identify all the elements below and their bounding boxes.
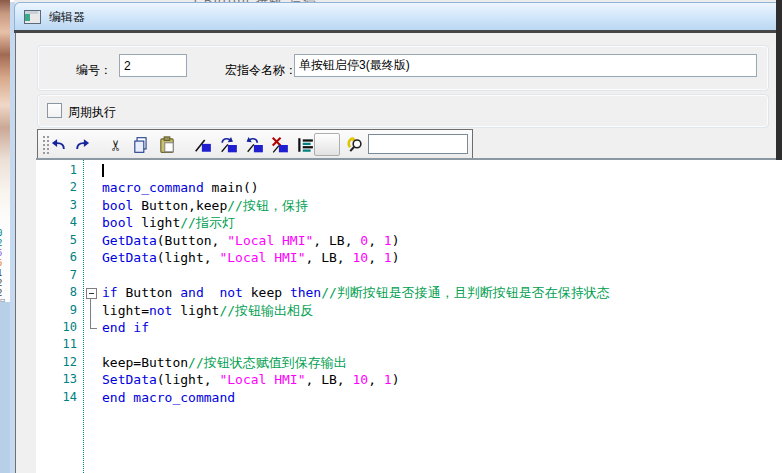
line-number: 4 xyxy=(36,214,84,231)
background-artwork xyxy=(0,0,10,228)
code-text: if Button and not keep then//判断按钮是否接通，且判… xyxy=(102,284,610,301)
fold-box-marker[interactable] xyxy=(84,284,102,301)
fold-margin xyxy=(84,179,102,196)
bookmark-prev-icon xyxy=(246,136,264,154)
code-line[interactable]: 8if Button and not keep then//判断按钮是否接通，且… xyxy=(36,284,782,301)
code-line[interactable]: 6GetData(light, "Local HMI", LB, 10, 1) xyxy=(36,249,782,266)
code-text: SetData(light, "Local HMI", LB, 10, 1) xyxy=(102,371,399,388)
find-replace-icon xyxy=(346,136,364,154)
line-number: 13 xyxy=(36,371,84,388)
code-line[interactable]: 13SetData(light, "Local HMI", LB, 10, 1) xyxy=(36,371,782,388)
fold-end-marker xyxy=(84,319,102,336)
text-caret xyxy=(102,164,104,177)
code-line[interactable]: 5GetData(Button, "Local HMI", LB, 0, 1) xyxy=(36,232,782,249)
bookmark-prev-button[interactable] xyxy=(243,133,267,157)
window-title: 编辑器 xyxy=(49,9,85,26)
dialog-client-area: 编号： 宏指令名称： 周期执行 ✂ 12macro_command main()… xyxy=(15,33,782,473)
code-line[interactable]: 1 xyxy=(36,162,782,179)
background-fragment: 2 xyxy=(0,288,10,298)
periodic-execution-checkbox[interactable] xyxy=(47,103,62,118)
code-text: light=not light//按钮输出相反 xyxy=(102,302,313,319)
gutter-separator xyxy=(83,160,84,473)
find-replace-button[interactable] xyxy=(343,133,367,157)
code-text: end if xyxy=(102,319,149,336)
editor-toolbar: ✂ xyxy=(37,129,473,161)
code-text: keep=Button//按钮状态赋值到保存输出 xyxy=(102,354,347,371)
fold-margin xyxy=(84,214,102,231)
code-line[interactable]: 4bool light//指示灯 xyxy=(36,214,782,231)
background-fragment: 2 xyxy=(0,278,10,288)
cut-button[interactable]: ✂ xyxy=(104,133,128,157)
bookmark-toggle-button[interactable] xyxy=(191,133,215,157)
line-number: 7 xyxy=(36,267,84,284)
line-number: 6 xyxy=(36,249,84,266)
window-titlebar[interactable]: 编辑器 xyxy=(14,2,778,31)
bookmark-toggle-icon xyxy=(194,136,212,154)
periodic-execution-label: 周期执行 xyxy=(68,104,116,121)
code-editor[interactable]: 12macro_command main()3bool Button,keep/… xyxy=(36,160,782,473)
code-text: GetData(Button, "Local HMI", LB, 0, 1) xyxy=(102,232,399,249)
goto-line-icon xyxy=(296,136,314,154)
search-input[interactable] xyxy=(368,134,468,154)
code-line[interactable]: 11 xyxy=(36,336,782,353)
blank-button[interactable] xyxy=(314,133,340,156)
copy-button[interactable] xyxy=(129,133,153,157)
code-line[interactable]: 7 xyxy=(36,267,782,284)
code-line[interactable]: 2macro_command main() xyxy=(36,179,782,196)
fold-margin xyxy=(84,336,102,353)
background-fragment: 5 xyxy=(0,258,10,268)
macro-name-input[interactable] xyxy=(294,54,757,77)
number-label: 编号： xyxy=(76,62,112,79)
bookmark-next-button[interactable] xyxy=(217,133,241,157)
paste-button[interactable] xyxy=(155,133,179,157)
code-lines: 12macro_command main()3bool Button,keep/… xyxy=(36,162,782,406)
code-line[interactable]: 14end macro_command xyxy=(36,389,782,406)
number-input[interactable] xyxy=(119,54,187,77)
background-pale-area xyxy=(0,302,10,473)
bookmark-clear-button[interactable] xyxy=(268,133,292,157)
undo-button[interactable] xyxy=(46,133,70,157)
copy-icon xyxy=(132,136,150,154)
code-line[interactable]: 10end if xyxy=(36,319,782,336)
paste-icon xyxy=(158,136,176,154)
background-fragment: 1 xyxy=(0,268,10,278)
fold-margin xyxy=(84,267,102,284)
fold-margin xyxy=(84,354,102,371)
code-line[interactable]: 3bool Button,keep//按钮，保持 xyxy=(36,197,782,214)
code-text xyxy=(102,162,104,179)
window-icon xyxy=(24,10,41,24)
macro-name-label: 宏指令名称： xyxy=(225,62,297,79)
line-number: 1 xyxy=(36,162,84,179)
redo-button[interactable] xyxy=(71,133,95,157)
background-window-strip: 0255122诅 xyxy=(0,0,10,473)
code-line[interactable]: 12keep=Button//按钮状态赋值到保存输出 xyxy=(36,354,782,371)
fold-margin xyxy=(84,162,102,179)
background-code-fragments: 0255122诅 xyxy=(0,228,10,302)
line-number: 14 xyxy=(36,389,84,406)
undo-icon xyxy=(49,136,67,154)
background-fragment: 2 xyxy=(0,238,10,248)
fold-margin xyxy=(84,389,102,406)
cut-icon: ✂ xyxy=(107,139,125,152)
fold-margin xyxy=(84,197,102,214)
bookmark-next-icon xyxy=(220,136,238,154)
code-text: bool light//指示灯 xyxy=(102,214,235,231)
code-text: GetData(light, "Local HMI", LB, 10, 1) xyxy=(102,249,399,266)
line-number: 3 xyxy=(36,197,84,214)
line-number: 12 xyxy=(36,354,84,371)
line-number: 2 xyxy=(36,179,84,196)
redo-icon xyxy=(74,136,92,154)
fold-margin xyxy=(84,232,102,249)
line-number: 9 xyxy=(36,302,84,319)
line-number: 10 xyxy=(36,319,84,336)
fold-line-marker xyxy=(84,302,102,319)
code-line[interactable]: 9light=not light//按钮输出相反 xyxy=(36,302,782,319)
line-number: 5 xyxy=(36,232,84,249)
fold-margin xyxy=(84,249,102,266)
line-number: 11 xyxy=(36,336,84,353)
bookmark-clear-icon xyxy=(271,136,289,154)
background-dark-edge xyxy=(776,0,782,160)
fold-margin xyxy=(84,371,102,388)
code-text: end macro_command xyxy=(102,389,235,406)
background-fragment: 5 xyxy=(0,248,10,258)
